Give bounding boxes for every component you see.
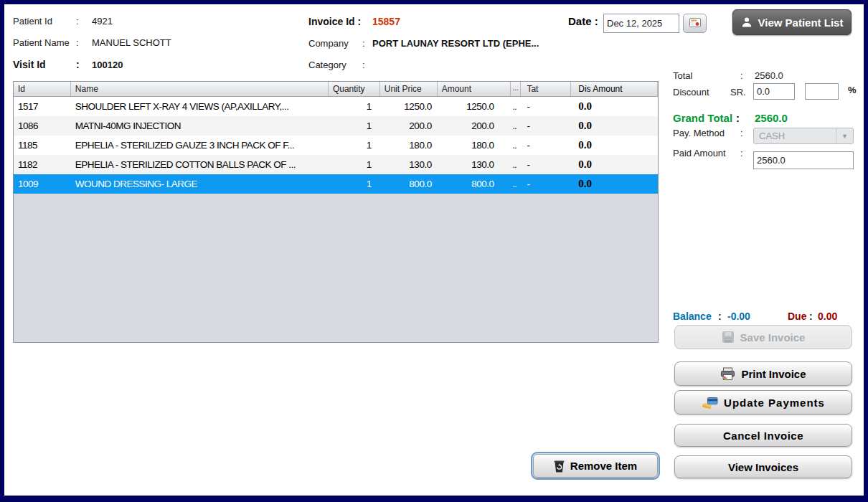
cell-amount: 180.0 bbox=[438, 140, 511, 151]
chevron-down-icon: ▼ bbox=[836, 128, 853, 143]
pay-method-value: CASH bbox=[754, 131, 836, 141]
cell-name: SHOULDER LEFT X-RAY 4 VIEWS (AP,AXILLARY… bbox=[71, 101, 329, 112]
colon: : bbox=[740, 128, 743, 138]
payment-icon bbox=[702, 397, 718, 409]
remove-item-button[interactable]: Remove Item bbox=[533, 454, 658, 478]
colon: : bbox=[718, 311, 722, 322]
colon: : bbox=[76, 37, 79, 48]
colon: : bbox=[740, 70, 743, 81]
paid-amount-input[interactable] bbox=[753, 151, 854, 169]
print-invoice-button[interactable]: Print Invoice bbox=[674, 361, 852, 386]
column-header-amount: Amount bbox=[438, 82, 511, 96]
due-label: Due bbox=[788, 311, 806, 322]
cell-more: .. bbox=[511, 102, 521, 112]
colon: : bbox=[76, 16, 79, 27]
table-row[interactable]: 1185EPHELIA - STERILIZED GAUZE 3 INCH PA… bbox=[14, 136, 658, 155]
view-patient-list-button[interactable]: View Patient List bbox=[732, 9, 852, 35]
cell-id: 1517 bbox=[14, 101, 71, 112]
save-icon bbox=[722, 331, 735, 344]
cell-tat: - bbox=[521, 179, 571, 189]
cell-tat: - bbox=[521, 101, 571, 112]
grand-total-value: 2560.0 bbox=[755, 112, 788, 124]
date-input[interactable] bbox=[603, 14, 679, 33]
table-row[interactable]: 1517SHOULDER LEFT X-RAY 4 VIEWS (AP,AXIL… bbox=[14, 97, 658, 116]
cell-tat: - bbox=[521, 159, 571, 170]
invoice-id-label: Invoice Id : bbox=[308, 16, 361, 27]
cell-id: 1009 bbox=[14, 179, 71, 189]
cell-amount: 1250.0 bbox=[438, 101, 511, 112]
view-invoices-button[interactable]: View Invoices bbox=[674, 455, 852, 478]
print-invoice-label: Print Invoice bbox=[741, 368, 806, 380]
patient-id-label: Patient Id bbox=[13, 16, 52, 27]
total-value: 2560.0 bbox=[755, 70, 783, 81]
save-invoice-button[interactable]: Save Invoice bbox=[674, 325, 852, 349]
cell-name: EPHELIA - STERILIZED COTTON BALLS PACK O… bbox=[71, 159, 329, 170]
cancel-invoice-button[interactable]: Cancel Invoice bbox=[674, 424, 852, 447]
cell-dis_amount: 0.0 bbox=[571, 158, 658, 171]
cell-more: .. bbox=[511, 121, 521, 131]
company-value: PORT LAUNAY RESORT LTD (EPHE... bbox=[372, 38, 539, 49]
cell-dis_amount: 0.0 bbox=[571, 139, 658, 151]
column-header-tat: Tat bbox=[521, 82, 571, 96]
person-icon bbox=[741, 16, 753, 28]
balance-label: Balance bbox=[673, 311, 712, 322]
cell-amount: 200.0 bbox=[438, 120, 511, 131]
colon: : bbox=[809, 311, 813, 322]
balance-value: -0.00 bbox=[727, 311, 750, 322]
trash-icon bbox=[554, 460, 565, 473]
discount-label: Discount bbox=[673, 87, 709, 98]
update-payments-label: Update Payments bbox=[724, 397, 825, 409]
table-row[interactable]: 1086MATNI-40MG INJECTION1200.0200.0..-0.… bbox=[14, 116, 658, 136]
paid-amount-label: Paid Amount bbox=[673, 148, 726, 158]
table-header: Id Name Quantity Unit Price Amount ... T… bbox=[14, 82, 658, 97]
cell-unit_price: 800.0 bbox=[380, 179, 438, 189]
company-label: Company bbox=[308, 38, 349, 49]
invoice-items-table: Id Name Quantity Unit Price Amount ... T… bbox=[13, 81, 659, 343]
date-label: Date : bbox=[568, 15, 598, 27]
cell-unit_price: 200.0 bbox=[380, 120, 438, 131]
discount-percent-input[interactable] bbox=[805, 83, 839, 100]
colon: : bbox=[76, 59, 80, 70]
cell-name: WOUND DRESSING- LARGE bbox=[71, 179, 329, 189]
cell-id: 1086 bbox=[14, 120, 71, 131]
cell-amount: 800.0 bbox=[438, 179, 511, 189]
update-payments-button[interactable]: Update Payments bbox=[674, 390, 852, 415]
column-header-id: Id bbox=[14, 82, 71, 96]
cell-name: MATNI-40MG INJECTION bbox=[71, 120, 329, 131]
cancel-invoice-label: Cancel Invoice bbox=[723, 430, 803, 442]
remove-item-focus-ring: Remove Item bbox=[531, 452, 660, 480]
discount-amount-input[interactable] bbox=[753, 83, 795, 100]
colon: : bbox=[362, 60, 365, 70]
currency-label: SR. bbox=[730, 87, 746, 98]
cell-more: .. bbox=[511, 141, 521, 151]
save-invoice-label: Save Invoice bbox=[740, 331, 806, 344]
cell-quantity: 1 bbox=[329, 159, 380, 170]
column-header-more: ... bbox=[511, 82, 521, 96]
cell-unit_price: 130.0 bbox=[380, 159, 438, 170]
table-row[interactable]: 1009WOUND DRESSING- LARGE1800.0800.0..-0… bbox=[14, 174, 658, 194]
view-patient-list-label: View Patient List bbox=[758, 16, 844, 29]
due-value: 0.00 bbox=[818, 311, 837, 322]
calendar-button[interactable] bbox=[683, 14, 707, 33]
cell-quantity: 1 bbox=[329, 120, 380, 131]
column-header-quantity: Quantity bbox=[329, 82, 380, 96]
cell-tat: - bbox=[521, 120, 571, 131]
pay-method-select[interactable]: CASH ▼ bbox=[753, 128, 854, 144]
colon: : bbox=[362, 38, 365, 49]
total-label: Total bbox=[673, 70, 692, 81]
percent-sign: % bbox=[848, 85, 857, 95]
table-row[interactable]: 1182EPHELIA - STERILIZED COTTON BALLS PA… bbox=[14, 155, 658, 174]
column-header-name: Name bbox=[71, 82, 329, 96]
remove-item-label: Remove Item bbox=[570, 460, 637, 472]
cell-dis_amount: 0.0 bbox=[571, 120, 658, 132]
cell-id: 1185 bbox=[14, 140, 71, 151]
visit-id-value: 100120 bbox=[92, 60, 123, 70]
invoice-window: Patient Id : 4921 Patient Name : MANUEL … bbox=[0, 0, 868, 502]
patient-name-label: Patient Name bbox=[13, 37, 70, 48]
table-body: 1517SHOULDER LEFT X-RAY 4 VIEWS (AP,AXIL… bbox=[14, 97, 658, 194]
cell-id: 1182 bbox=[14, 159, 71, 170]
view-invoices-label: View Invoices bbox=[728, 461, 798, 473]
visit-id-label: Visit Id bbox=[13, 59, 46, 70]
cell-unit_price: 180.0 bbox=[380, 140, 438, 151]
cell-name: EPHELIA - STERILIZED GAUZE 3 INCH PACK O… bbox=[71, 140, 329, 151]
